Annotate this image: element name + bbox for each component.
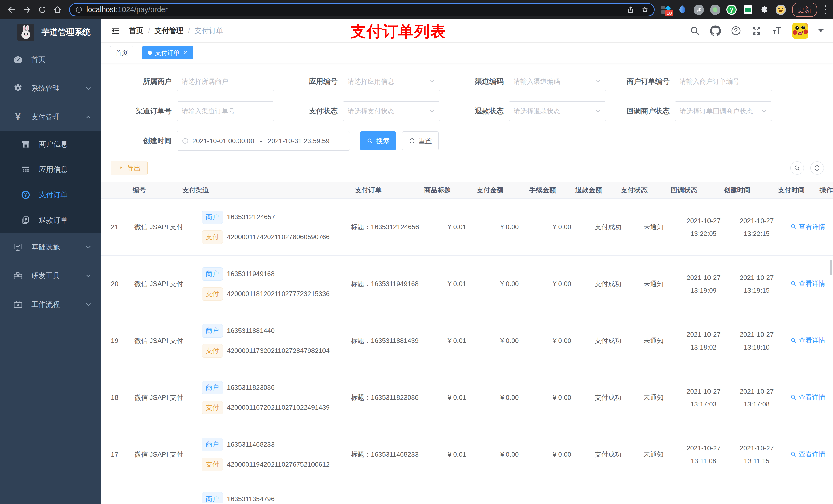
browser-update-button[interactable]: 更新 bbox=[792, 3, 817, 17]
filter-input[interactable]: 请选择应用信息 bbox=[343, 72, 440, 91]
sidebar-menu-item[interactable]: 基础设施 bbox=[0, 233, 101, 262]
view-detail-link[interactable]: 查看详情 bbox=[790, 450, 825, 459]
sidebar-submenu-item[interactable]: ¥ 支付订单 bbox=[0, 182, 101, 208]
home-icon[interactable] bbox=[52, 4, 64, 16]
sidebar-item-label: 工作流程 bbox=[31, 299, 85, 309]
filter-input[interactable]: 请输入渠道编码 bbox=[509, 72, 606, 91]
site-info-icon[interactable] bbox=[75, 6, 83, 14]
cell-status: 支付成功 bbox=[585, 280, 631, 288]
filter-label: 支付状态 bbox=[276, 106, 338, 116]
page-content: 所属商户 请选择所属商户 应用编号 请选择应用信息 bbox=[101, 63, 833, 504]
chevron-down-icon bbox=[429, 108, 435, 115]
filter-input[interactable]: 请选择所属商户 bbox=[177, 72, 274, 91]
cell-pay-time: 2021-10-2713:11:15 bbox=[731, 442, 782, 467]
column-header: 创建时间 bbox=[712, 186, 763, 195]
github-icon[interactable] bbox=[710, 25, 721, 36]
cell-notify-status: 未通知 bbox=[631, 336, 676, 345]
breadcrumb-item[interactable]: 支付管理/ bbox=[155, 26, 195, 35]
cell-status: 支付成功 bbox=[585, 393, 631, 402]
address-bar[interactable]: localhost:1024/pay/order bbox=[69, 3, 655, 16]
view-detail-link[interactable]: 查看详情 bbox=[790, 336, 825, 345]
placeholder-text: 请选择订单回调商户状态 bbox=[680, 107, 761, 116]
tab-label: 首页 bbox=[116, 49, 128, 57]
filter-input[interactable]: 请输入渠道订单号 bbox=[177, 101, 274, 121]
date-range-input[interactable]: 2021-10-01 00:00:00 - 2021-10-31 23:59:5… bbox=[177, 131, 350, 150]
cell-actions: 查看详情 bbox=[782, 393, 833, 403]
back-icon[interactable] bbox=[6, 4, 18, 16]
browser-menu-icon[interactable] bbox=[824, 5, 826, 14]
search-icon[interactable] bbox=[690, 25, 700, 36]
share-icon[interactable] bbox=[627, 6, 635, 14]
cell-fee: ¥ 0.00 bbox=[480, 280, 539, 288]
extension-y-icon[interactable]: y bbox=[727, 5, 737, 15]
help-icon[interactable] bbox=[731, 25, 741, 36]
avatar[interactable] bbox=[792, 23, 808, 39]
url-text[interactable]: localhost:1024/pay/order bbox=[86, 5, 627, 14]
toggle-search-button[interactable] bbox=[790, 161, 804, 175]
cell-pay-time: 2021-10-2713:19:15 bbox=[731, 271, 782, 297]
logo-row[interactable]: 芋道管理系统 bbox=[0, 19, 101, 45]
column-header: 操作 bbox=[820, 186, 833, 195]
sidebar-menu-item[interactable]: 研发工具 bbox=[0, 262, 101, 290]
chevron-icon bbox=[85, 301, 92, 308]
profile-emoji-icon[interactable] bbox=[776, 5, 786, 15]
scrollbar-thumb[interactable] bbox=[830, 260, 832, 275]
sidebar-menu-item[interactable]: 系统管理 bbox=[0, 74, 101, 103]
extensions-area: 10 y 更新 bbox=[659, 3, 827, 17]
cell-order: 商户 1635311949168 支付 42000011812021102777… bbox=[197, 267, 342, 301]
filter-input[interactable]: 请选择订单回调商户状态 bbox=[675, 101, 772, 121]
extensions-puzzle-icon[interactable] bbox=[759, 5, 769, 15]
extension-chat-icon[interactable] bbox=[743, 5, 753, 15]
breadcrumb-item[interactable]: 首页/ bbox=[129, 26, 155, 35]
forward-icon[interactable] bbox=[21, 4, 33, 16]
search-button[interactable]: 搜索 bbox=[360, 131, 396, 150]
view-detail-link[interactable]: 查看详情 bbox=[790, 393, 825, 402]
refresh-button[interactable] bbox=[810, 161, 824, 175]
font-size-icon[interactable] bbox=[771, 25, 782, 36]
reset-button[interactable]: 重置 bbox=[402, 131, 438, 150]
cell-pay-time: 2021-10-2713:22:15 bbox=[731, 214, 782, 240]
breadcrumb-item[interactable]: 支付订单/ bbox=[195, 26, 223, 35]
extension-record-icon[interactable] bbox=[710, 5, 720, 15]
view-detail-link[interactable]: 查看详情 bbox=[790, 279, 825, 288]
cell-order: 商户 1635312124657 支付 42000011742021102780… bbox=[197, 211, 342, 244]
export-button[interactable]: 导出 bbox=[111, 161, 147, 175]
sidebar-submenu-item[interactable]: 应用信息 bbox=[0, 157, 101, 182]
sidebar-menu-item[interactable]: 工作流程 bbox=[0, 290, 101, 319]
sidebar-submenu-item[interactable]: 退款订单 bbox=[0, 208, 101, 233]
filter-field: 所属商户 请选择所属商户 bbox=[110, 72, 274, 91]
merchant-tag: 商户 bbox=[202, 324, 223, 338]
shop-icon bbox=[20, 139, 31, 150]
extension-tag-icon[interactable]: 10 bbox=[661, 5, 671, 15]
sidebar-menu-item[interactable]: 首页 bbox=[0, 45, 101, 74]
briefcase-icon bbox=[12, 299, 24, 310]
avatar-caret-icon[interactable] bbox=[818, 29, 824, 35]
cell-notify-status: 未通知 bbox=[631, 280, 676, 288]
channel-order-no: 4200001173202110272847982104 bbox=[227, 347, 330, 355]
reload-icon[interactable] bbox=[37, 4, 48, 16]
pay-tag: 支付 bbox=[202, 231, 223, 244]
sidebar-menu-item[interactable]: ¥ 支付管理 bbox=[0, 103, 101, 131]
sidebar-submenu-item[interactable]: 商户信息 bbox=[0, 131, 101, 157]
filter-input[interactable]: 请输入商户订单编号 bbox=[675, 72, 772, 91]
cell-id: 18 bbox=[101, 393, 120, 402]
view-detail-link[interactable]: 查看详情 bbox=[790, 222, 825, 231]
tag-tab[interactable]: 首页 bbox=[110, 46, 133, 59]
pay-tag: 支付 bbox=[202, 401, 223, 414]
merchant-order-no: 1635311949168 bbox=[227, 270, 275, 278]
fullscreen-icon[interactable] bbox=[751, 25, 762, 36]
bookmark-star-icon[interactable] bbox=[641, 6, 649, 14]
merchant-tag: 商户 bbox=[202, 492, 223, 503]
tag-tab[interactable]: 支付订单 bbox=[142, 46, 193, 59]
filter-input[interactable]: 请选择支付状态 bbox=[343, 101, 440, 121]
extension-kite-icon[interactable] bbox=[677, 5, 688, 15]
merchant-tag: 商户 bbox=[202, 267, 223, 281]
filter-input[interactable]: 请选择退款状态 bbox=[509, 101, 606, 121]
collapse-sidebar-icon[interactable] bbox=[110, 26, 120, 36]
sidebar: 芋道管理系统 首页 系统管理 bbox=[0, 19, 101, 504]
tags-view: 首页 支付订单 bbox=[101, 43, 833, 63]
cell-channel: 微信 JSAPI 支付 bbox=[120, 222, 197, 232]
cell-notify-status: 未通知 bbox=[631, 450, 676, 459]
close-icon[interactable] bbox=[183, 50, 188, 55]
extension-command-icon[interactable] bbox=[694, 5, 704, 15]
